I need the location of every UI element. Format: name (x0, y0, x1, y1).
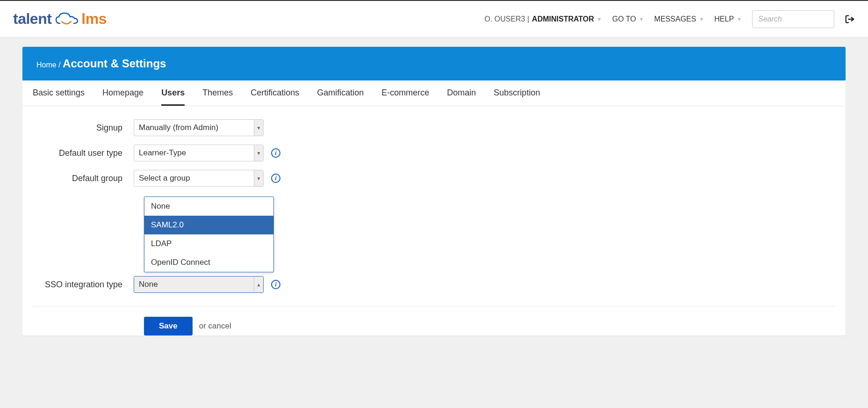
caret-down-icon: ▼ (597, 16, 602, 22)
sso-select[interactable]: None (134, 276, 264, 293)
breadcrumb: Home / Account & Settings (22, 47, 846, 80)
default-group-select[interactable]: Select a group (134, 170, 264, 187)
signup-value: Manually (from Admin) (139, 123, 218, 132)
logo[interactable]: talent lms (13, 10, 107, 28)
sso-option-openid-connect[interactable]: OpenID Connect (144, 253, 273, 272)
tab-homepage[interactable]: Homepage (102, 88, 143, 106)
sso-dropdown: NoneSAML2.0LDAPOpenID Connect (144, 197, 274, 272)
logo-cloud-icon (53, 11, 79, 27)
user-prefix: O. OUSER3 | (484, 15, 529, 23)
tab-basic-settings[interactable]: Basic settings (33, 88, 85, 106)
cancel-link[interactable]: cancel (208, 321, 231, 330)
tab-users[interactable]: Users (161, 88, 185, 106)
settings-panel: Home / Account & Settings Basic settings… (22, 47, 846, 335)
nav-help[interactable]: HELP ▼ (714, 15, 742, 23)
info-icon[interactable] (271, 174, 280, 183)
or-cancel: or cancel (199, 321, 231, 331)
sso-value: None (139, 280, 158, 289)
logout-icon[interactable] (845, 14, 855, 24)
breadcrumb-separator: / (58, 61, 60, 69)
sso-option-saml2-0[interactable]: SAML2.0 (144, 216, 273, 234)
tab-certifications[interactable]: Certifications (251, 88, 299, 106)
header-bar: talent lms O. OUSER3 | ADMINISTRATOR ▼ G… (0, 1, 868, 37)
default-user-type-select[interactable]: Learner-Type (134, 145, 264, 161)
caret-down-icon: ▼ (699, 16, 704, 22)
default-user-type-value: Learner-Type (139, 148, 186, 158)
caret-down-icon (254, 120, 263, 136)
info-icon[interactable] (271, 280, 280, 289)
breadcrumb-home[interactable]: Home (36, 61, 57, 69)
save-button[interactable]: Save (144, 317, 193, 335)
nav-goto[interactable]: GO TO ▼ (612, 15, 644, 23)
sso-option-none[interactable]: None (144, 197, 273, 216)
tab-gamification[interactable]: Gamification (317, 88, 364, 106)
user-role: ADMINISTRATOR (532, 15, 594, 23)
tab-themes[interactable]: Themes (202, 88, 233, 106)
nav-messages[interactable]: MESSAGES ▼ (654, 15, 704, 23)
default-user-type-label: Default user type (33, 148, 134, 158)
default-group-value: Select a group (139, 174, 190, 183)
caret-down-icon (254, 145, 263, 161)
tab-domain[interactable]: Domain (447, 88, 476, 106)
caret-down-icon (254, 170, 263, 186)
sso-label: SSO integration type (33, 280, 134, 290)
signup-label: Signup (33, 123, 134, 133)
tab-e-commerce[interactable]: E-commerce (381, 88, 429, 106)
page-title: Account & Settings (63, 57, 166, 70)
default-group-label: Default group (33, 174, 134, 183)
info-icon[interactable] (271, 148, 280, 158)
logo-text-1: talent (13, 10, 51, 28)
caret-up-icon (254, 277, 263, 292)
sso-option-ldap[interactable]: LDAP (144, 234, 273, 253)
tabs: Basic settingsHomepageUsersThemesCertifi… (22, 80, 846, 106)
tab-subscription[interactable]: Subscription (494, 88, 540, 106)
logo-text-2: lms (81, 10, 107, 28)
signup-select[interactable]: Manually (from Admin) (134, 119, 264, 136)
search-input[interactable] (752, 10, 834, 28)
caret-down-icon: ▼ (737, 16, 742, 22)
user-menu[interactable]: O. OUSER3 | ADMINISTRATOR ▼ (484, 15, 602, 23)
caret-down-icon: ▼ (639, 16, 644, 22)
